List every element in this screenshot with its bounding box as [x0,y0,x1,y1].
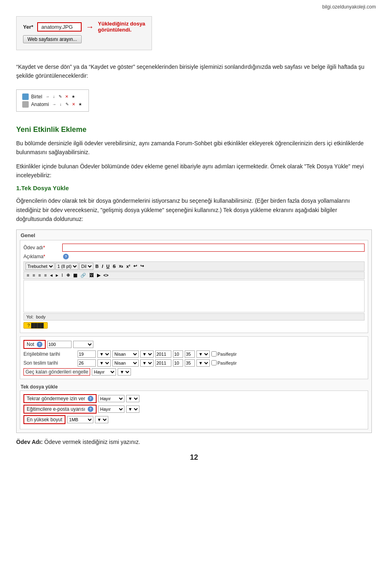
image-btn[interactable]: 🖼 [88,273,95,278]
delete-icon-2: ✕ [71,102,76,107]
tek-row-tekrar: Tekrar göndermeye izin ver ? Hayır ▼ [23,394,365,403]
star-icon-2: ★ [77,102,83,107]
teslim-gun-select[interactable]: ▼ [97,359,111,367]
erisim-ay-select[interactable]: Nisan [112,350,139,358]
teslim-label: Son teslim tarihi [23,360,76,366]
odev-adi-input[interactable] [62,244,365,252]
boyut-select2[interactable]: ▼ [95,416,108,423]
italic-btn[interactable]: I [101,264,104,269]
redo-btn[interactable]: ↪ [139,263,145,269]
bold-btn[interactable]: B [94,264,100,269]
paragraph-example: Etkinlikler içinde bulunan Ödevler bölüm… [16,162,372,180]
yukle-text: Yüklediğiniz dosyagörüntülendi. [98,21,145,33]
teslim-ay-select2[interactable]: ▼ [140,359,154,367]
yol-label: Yol: [26,314,34,319]
yer-label: Yer* [23,24,33,30]
not-label-text: Not [27,342,34,347]
tekrar-help-icon: ? [88,396,93,401]
underline-btn[interactable]: U [105,264,111,269]
tekrar-select2[interactable]: ▼ [126,395,139,402]
file-name-anatomi: Anatomi [31,102,49,107]
delete-icon: ✕ [64,94,70,100]
gec-select[interactable]: Hayır [92,368,116,376]
upload-demo-box: Yer* anatomy.JPG → Yüklediğiniz dosyagör… [16,16,152,50]
paragraph-tek-desc: Öğrencilerin ödev olarak tek bir dosya g… [16,196,372,223]
intro-paragraph: “Kaydet ve derse dön” ya da “Kaydet ve g… [16,62,372,81]
font-size-select[interactable]: 1 (8 pt) [55,263,78,270]
not-input[interactable] [47,341,72,348]
erisim-dakika[interactable] [185,350,195,358]
erisim-check-text: Pasifleştir [217,352,237,357]
subscript-btn[interactable]: x₂ [118,263,124,269]
erisim-ay-select2[interactable]: ▼ [140,350,154,358]
yol-bar: Yol: body [23,313,365,321]
help-question-icon: ? [63,254,69,259]
site-url: bilgi.ozeldunyakoleji.com [322,4,376,10]
media-btn[interactable]: ▶ [96,273,101,278]
subsection-heading-tek: 1.Tek Dosya Yükle [16,185,372,191]
list-ul-btn[interactable]: ⁝ [60,273,64,278]
text-editor-area[interactable] [23,280,365,312]
action-icons-birtel: → ↓ ✎ ✕ ★ [44,94,76,100]
teslim-checkbox[interactable] [211,360,217,365]
yol-value: body [36,314,46,319]
erisim-check-label: Pasifleştir [211,351,237,357]
teslim-select3[interactable]: ▼ [196,359,210,367]
align-justify-btn[interactable]: ≡ [43,273,48,278]
form-screenshot: Genel Ödev adı Açıklama ? Trebuchet 1 (8… [16,229,372,433]
superscript-btn[interactable]: x² [125,264,131,269]
web-sayfasi-button[interactable]: Web sayfasını arayın... [23,35,82,43]
eposta-select[interactable]: Hayır [98,405,124,413]
erisim-gun-select[interactable]: ▼ [97,350,111,358]
editor-toolbar-2: ≡ ≡ ≡ ≡ ◂ ▸ ⁝ ⁜ ▦ 🔗 🖼 ▶ <> [23,272,365,279]
tekrar-select[interactable]: Hayır [98,395,124,402]
font-family-select[interactable]: Trebuchet [25,263,55,270]
undo-btn[interactable]: ↩ [132,263,138,269]
form-section2: Not ? Erişilebilme tarihi ▼ Nisan ▼ ▼ Pa… [20,336,368,379]
indent-left-btn[interactable]: ◂ [49,273,54,278]
boyut-select[interactable]: 1MB [67,416,93,423]
gec-label: Geç kalan gönderileri engelle [23,368,90,376]
teslim-yil[interactable] [155,359,171,367]
align-left-btn[interactable]: ≡ [25,273,30,278]
eposta-label-box: Eğitimcilere e-posta uyarısı ? [23,405,97,414]
erisim-yil[interactable] [155,350,171,358]
form-row-aciklama: Açıklama ? [23,254,365,259]
align-center-btn[interactable]: ≡ [31,273,36,278]
teslim-dakika[interactable] [185,359,195,367]
file-name-birtel: Birtel [31,94,42,100]
arrow-icon-2: → [51,102,57,107]
strikethrough-btn[interactable]: S [112,264,117,269]
file-input-display: anatomy.JPG [37,22,82,32]
code-btn[interactable]: <> [102,273,110,278]
file-icon-gray [22,101,29,108]
form-row-erisim: Erişilebilme tarihi ▼ Nisan ▼ ▼ Pasifleş… [23,350,365,358]
tek-dosya-section: Tekrar göndermeye izin ver ? Hayır ▼ Eği… [20,391,368,429]
teslim-gun[interactable] [78,359,96,367]
tekrar-label-box: Tekrar göndermeye izin ver ? [23,394,97,403]
tekrar-label-text: Tekrar göndermeye izin ver [27,396,85,401]
not-select[interactable] [73,341,93,348]
help-button[interactable]: ? ████ [23,322,48,329]
help-btn-wrapper: ? ████ [23,322,365,329]
lang-select[interactable]: Dil [79,263,93,270]
teslim-ay-select[interactable]: Nisan [112,359,139,367]
list-ol-btn[interactable]: ⁜ [65,273,71,278]
edit-icon: ✎ [57,94,63,100]
file-row-anatomi: Anatomi → ↓ ✎ ✕ ★ [22,101,83,108]
tek-row-eposta: Eğitimcilere e-posta uyarısı ? Hayır ▼ [23,405,365,414]
eposta-select2[interactable]: ▼ [126,405,139,413]
erisim-checkbox[interactable] [211,351,217,357]
teslim-saat[interactable] [173,359,183,367]
tek-dosya-label: Tek dosya yükle [17,382,371,391]
form-row-odev-adi: Ödev adı [23,244,365,252]
align-right-btn[interactable]: ≡ [37,273,42,278]
bottom-note: Ödev Adı: Ödeve vermek istediğiniz ismi … [16,439,372,445]
erisim-select3[interactable]: ▼ [196,350,210,358]
gec-select2[interactable]: ▼ [118,368,131,376]
erisim-gun[interactable] [78,350,96,358]
erisim-saat[interactable] [173,350,183,358]
indent-right-btn[interactable]: ▸ [55,273,59,278]
table-btn[interactable]: ▦ [72,273,78,278]
link-btn[interactable]: 🔗 [79,273,87,278]
